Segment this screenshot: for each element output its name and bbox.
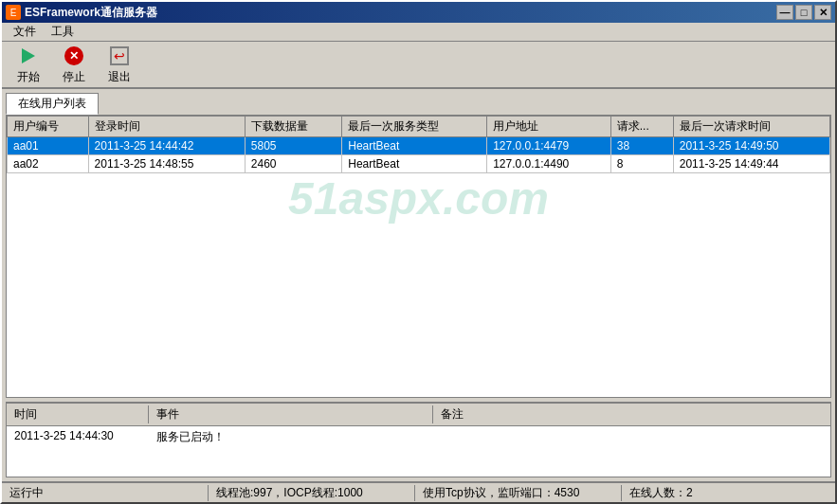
table-cell: 2011-3-25 14:49:50 (673, 137, 829, 155)
log-col-note: 备注 (433, 405, 830, 423)
col-address: 用户地址 (487, 117, 611, 137)
log-col-time: 时间 (7, 405, 149, 423)
log-header: 时间 事件 备注 (7, 404, 830, 426)
table-header-row: 用户编号 登录时间 下载数据量 最后一次服务类型 用户地址 请求... 最后一次… (8, 117, 830, 137)
col-service-type: 最后一次服务类型 (342, 117, 487, 137)
status-protocol: 使用Tcp协议，监听端口：4530 (415, 485, 622, 501)
window-title: ESFramework通信服务器 (25, 5, 157, 21)
close-button[interactable]: ✕ (814, 5, 831, 20)
col-requests: 请求... (610, 117, 673, 137)
stop-label: 停止 (63, 69, 85, 85)
table-area: 51aspx.com 用户编号 登录时间 下载数据量 最后一次服务类型 用户地址… (6, 115, 831, 398)
log-cell-note (433, 429, 448, 445)
col-last-request: 最后一次请求时间 (673, 117, 829, 137)
status-online: 在线人数：2 (622, 485, 828, 501)
log-row: 2011-3-25 14:44:30服务已启动！ (7, 428, 830, 446)
log-area: 时间 事件 备注 2011-3-25 14:44:30服务已启动！ (6, 402, 831, 477)
col-download: 下载数据量 (245, 117, 341, 137)
title-bar: E ESFramework通信服务器 — □ ✕ (2, 2, 835, 23)
exit-icon: ↩ (108, 45, 131, 67)
app-icon: E (6, 5, 21, 20)
maximize-button[interactable]: □ (795, 5, 812, 20)
table-cell: 127.0.0.1:4490 (487, 155, 611, 173)
minimize-button[interactable]: — (776, 5, 793, 20)
title-bar-left: E ESFramework通信服务器 (6, 5, 157, 21)
main-content: 在线用户列表 51aspx.com 用户编号 登录时间 下载数据量 最后一次服务… (2, 89, 835, 481)
table-cell: 38 (610, 137, 673, 155)
exit-label: 退出 (108, 69, 131, 85)
stop-button[interactable]: 停止 (55, 43, 93, 87)
table-row[interactable]: aa022011-3-25 14:48:552460HeartBeat127.0… (8, 155, 830, 173)
toolbar: 开始 停止 ↩ 退出 (2, 42, 835, 89)
table-cell: 5805 (245, 137, 341, 155)
table-cell: 127.0.0.1:4479 (487, 137, 611, 155)
table-row[interactable]: aa012011-3-25 14:44:425805HeartBeat127.0… (8, 137, 830, 155)
watermark-1: 51aspx.com (288, 172, 549, 225)
status-state: 运行中 (9, 485, 209, 501)
status-bar: 运行中 线程池:997，IOCP线程:1000 使用Tcp协议，监听端口：453… (2, 481, 835, 502)
log-cell-time: 2011-3-25 14:44:30 (7, 429, 149, 445)
start-label: 开始 (17, 69, 40, 85)
table-wrapper: 51aspx.com 用户编号 登录时间 下载数据量 最后一次服务类型 用户地址… (7, 116, 830, 397)
table-cell: 2011-3-25 14:44:42 (88, 137, 245, 155)
play-icon (17, 45, 40, 67)
table-cell: 2460 (245, 155, 341, 173)
title-controls: — □ ✕ (776, 5, 831, 20)
table-cell: 2011-3-25 14:48:55 (88, 155, 245, 173)
log-col-event: 事件 (149, 405, 433, 423)
table-cell: HeartBeat (342, 137, 487, 155)
tab-container: 在线用户列表 (6, 93, 831, 115)
menu-file[interactable]: 文件 (6, 22, 44, 42)
exit-button[interactable]: ↩ 退出 (100, 43, 138, 87)
col-login-time: 登录时间 (88, 117, 245, 137)
tab-online-users[interactable]: 在线用户列表 (6, 93, 99, 115)
start-button[interactable]: 开始 (9, 43, 47, 87)
menu-bar: 文件 工具 (2, 23, 835, 42)
log-cell-event: 服务已启动！ (149, 429, 433, 445)
users-table: 用户编号 登录时间 下载数据量 最后一次服务类型 用户地址 请求... 最后一次… (7, 116, 830, 173)
table-cell: 2011-3-25 14:49:44 (673, 155, 829, 173)
col-user-id: 用户编号 (8, 117, 89, 137)
log-body: 2011-3-25 14:44:30服务已启动！ (7, 426, 830, 448)
status-thread-pool: 线程池:997，IOCP线程:1000 (209, 485, 415, 501)
menu-tools[interactable]: 工具 (44, 22, 82, 42)
table-cell: aa01 (8, 137, 89, 155)
table-cell: aa02 (8, 155, 89, 173)
table-cell: 8 (610, 155, 673, 173)
stop-icon (63, 45, 85, 67)
main-window: E ESFramework通信服务器 — □ ✕ 文件 工具 开始 停止 (0, 0, 837, 504)
table-cell: HeartBeat (342, 155, 487, 173)
